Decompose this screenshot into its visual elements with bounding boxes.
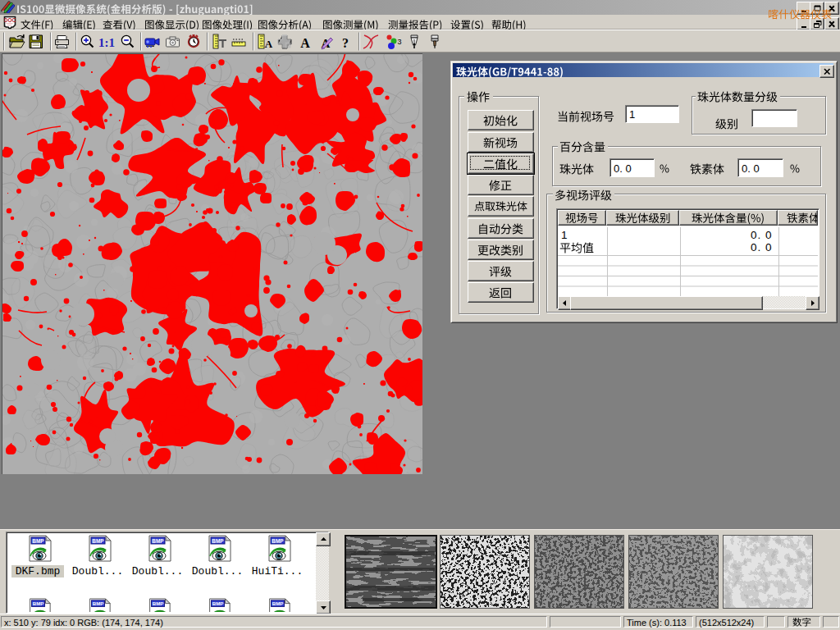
svg-text:?: ? [342,36,349,50]
svg-text:1:1: 1:1 [98,36,115,49]
svg-text:A: A [300,36,310,50]
svg-text:A: A [265,38,273,50]
svg-text:3: 3 [398,38,402,46]
